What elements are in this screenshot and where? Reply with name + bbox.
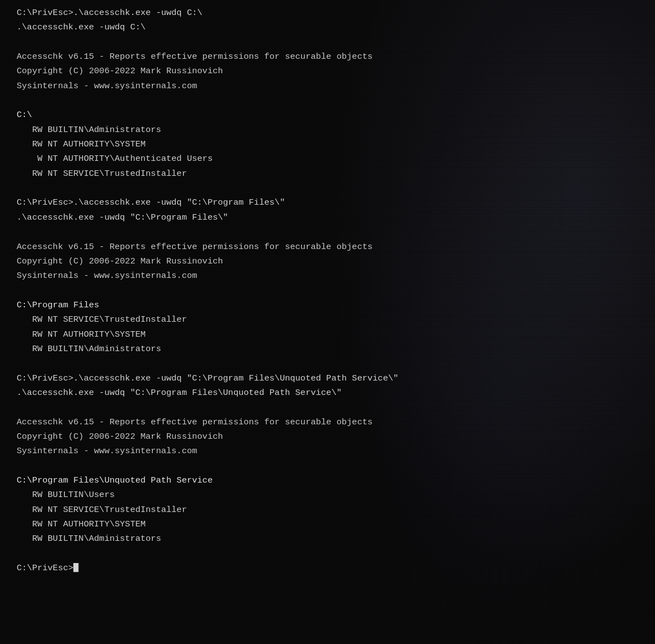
blank-line (17, 93, 638, 108)
terminal-section: Accesschk v6.15 - Reports effective perm… (17, 415, 638, 459)
terminal-line: W NT AUTHORITY\Authenticated Users (17, 151, 638, 166)
terminal-line: RW NT AUTHORITY\SYSTEM (17, 327, 638, 342)
terminal-line: Sysinternals - www.sysinternals.com (17, 79, 638, 93)
terminal-line: C:\PrivEsc>█ (17, 561, 638, 575)
terminal-line: RW NT AUTHORITY\SYSTEM (17, 137, 638, 151)
terminal-line: Accesschk v6.15 - Reports effective perm… (17, 415, 638, 429)
terminal-section: C:\PrivEsc>█ (17, 561, 638, 575)
terminal-line: C:\PrivEsc>.\accesschk.exe -uwdq "C:\Pro… (17, 371, 638, 386)
terminal-line: Copyright (C) 2006-2022 Mark Russinovich (17, 429, 638, 444)
terminal-line: Sysinternals - www.sysinternals.com (17, 444, 638, 458)
blank-line (17, 459, 638, 473)
terminal-line: RW BUILTIN\Users (17, 488, 638, 502)
terminal-line: C:\ (17, 108, 638, 122)
blank-line (17, 400, 638, 414)
terminal-section: C:\PrivEsc>.\accesschk.exe -uwdq "C:\Pro… (17, 195, 638, 225)
terminal-line: C:\Program Files\Unquoted Path Service (17, 473, 638, 488)
terminal-line: RW NT SERVICE\TrustedInstaller (17, 503, 638, 517)
terminal-section: C:\ RW BUILTIN\Administrators RW NT AUTH… (17, 108, 638, 181)
terminal-section: C:\PrivEsc>.\accesschk.exe -uwdq "C:\Pro… (17, 371, 638, 400)
terminal-line: RW NT AUTHORITY\SYSTEM (17, 517, 638, 531)
terminal-line: RW BUILTIN\Administrators (17, 123, 638, 137)
terminal-section: C:\Program Files RW NT SERVICE\TrustedIn… (17, 298, 638, 356)
terminal-section: Accesschk v6.15 - Reports effective perm… (17, 49, 638, 93)
terminal-section: C:\Program Files\Unquoted Path Service R… (17, 473, 638, 546)
terminal-section: Accesschk v6.15 - Reports effective perm… (17, 240, 638, 283)
terminal-line: C:\PrivEsc>.\accesschk.exe -uwdq "C:\Pro… (17, 195, 638, 210)
terminal-line: Accesschk v6.15 - Reports effective perm… (17, 49, 638, 64)
terminal-line: RW NT SERVICE\TrustedInstaller (17, 166, 638, 181)
terminal-line: RW NT SERVICE\TrustedInstaller (17, 312, 638, 327)
blank-line (17, 283, 638, 298)
blank-line (17, 225, 638, 239)
terminal-line: Sysinternals - www.sysinternals.com (17, 268, 638, 283)
terminal-line: .\accesschk.exe -uwdq C:\ (17, 20, 638, 34)
terminal-line: Accesschk v6.15 - Reports effective perm… (17, 240, 638, 254)
blank-line (17, 356, 638, 371)
terminal-output: C:\PrivEsc>.\accesschk.exe -uwdq C:\.\ac… (0, 0, 655, 581)
blank-line (17, 546, 638, 561)
terminal-line: RW BUILTIN\Administrators (17, 531, 638, 546)
terminal-section: C:\PrivEsc>.\accesschk.exe -uwdq C:\.\ac… (17, 6, 638, 35)
blank-line (17, 35, 638, 49)
terminal-line: .\accesschk.exe -uwdq "C:\Program Files\… (17, 386, 638, 400)
terminal-line: RW BUILTIN\Administrators (17, 342, 638, 356)
terminal-line: Copyright (C) 2006-2022 Mark Russinovich (17, 254, 638, 268)
blank-line (17, 181, 638, 195)
terminal-line: .\accesschk.exe -uwdq "C:\Program Files\… (17, 210, 638, 225)
terminal-line: C:\PrivEsc>.\accesschk.exe -uwdq C:\ (17, 6, 638, 20)
terminal-line: C:\Program Files (17, 298, 638, 312)
terminal-line: Copyright (C) 2006-2022 Mark Russinovich (17, 64, 638, 78)
